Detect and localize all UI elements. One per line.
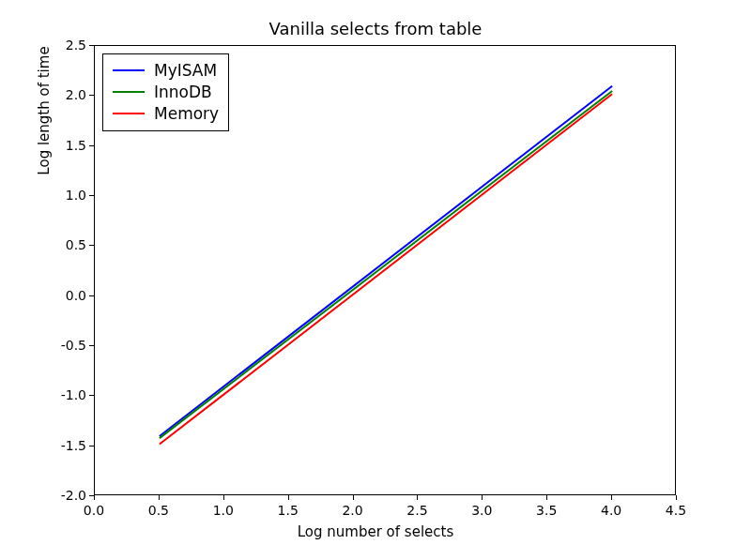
y-tick-label: -2.0 [53,488,86,503]
y-tick-mark [89,245,94,246]
x-tick-mark [288,495,289,500]
y-axis-label: Log length of time [36,0,53,336]
plot-axes: MyISAMInnoDBMemory [94,45,676,495]
x-tick-mark [676,495,677,500]
y-tick-mark [89,395,94,396]
x-tick-label: 3.0 [471,503,492,518]
series-line-2 [160,94,612,444]
x-tick-label: 2.0 [342,503,362,518]
x-tick-mark [417,495,418,500]
x-tick-label: 4.5 [666,503,686,518]
x-tick-label: 1.5 [278,503,299,518]
legend-label: MyISAM [154,60,217,82]
legend-entry: InnoDB [113,82,219,103]
chart-title: Vanilla selects from table [0,19,751,38]
y-tick-label: 1.0 [53,188,86,203]
y-tick-label: -0.5 [53,338,86,353]
series-line-0 [160,86,612,436]
y-tick-label: 2.5 [53,38,86,53]
x-tick-label: 2.5 [406,503,427,518]
y-tick-mark [89,295,94,296]
series-line-1 [160,91,612,438]
legend: MyISAMInnoDBMemory [102,53,229,131]
x-tick-mark [223,495,224,500]
x-tick-mark [482,495,483,500]
x-tick-label: 3.5 [536,503,557,518]
x-tick-mark [353,495,354,500]
legend-label: InnoDB [154,82,212,103]
x-tick-mark [546,495,547,500]
y-tick-mark [89,145,94,146]
x-tick-mark [159,495,160,500]
y-tick-mark [89,345,94,346]
legend-label: Memory [154,103,219,125]
y-tick-label: 2.0 [53,87,86,102]
x-tick-label: 0.0 [84,503,104,518]
y-tick-label: 1.5 [53,138,86,153]
legend-swatch [113,113,145,114]
x-tick-label: 0.5 [148,503,169,518]
y-tick-label: -1.0 [53,387,86,402]
legend-swatch [113,69,145,71]
legend-entry: Memory [113,103,219,125]
legend-entry: MyISAM [113,60,219,82]
y-tick-label: -1.5 [53,438,86,453]
y-tick-label: 0.0 [53,288,86,303]
y-tick-mark [89,45,94,46]
x-tick-mark [611,495,612,500]
y-tick-mark [89,446,94,446]
y-tick-mark [89,95,94,96]
x-tick-label: 1.0 [213,503,234,518]
y-tick-mark [89,195,94,196]
x-tick-label: 4.0 [601,503,621,518]
y-tick-mark [89,495,94,496]
y-tick-label: 0.5 [53,237,86,252]
legend-swatch [113,91,145,93]
figure: Vanilla selects from table MyISAMInnoDBM… [0,0,751,560]
x-axis-label: Log number of selects [0,523,751,540]
x-tick-mark [94,495,95,500]
